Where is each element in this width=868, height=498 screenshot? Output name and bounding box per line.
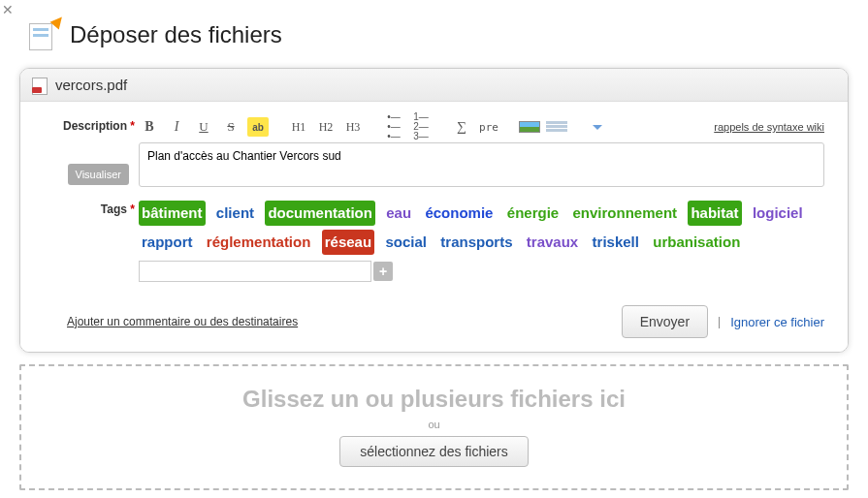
select-files-button[interactable]: sélectionnez des fichiers: [339, 436, 529, 467]
tag-reseau[interactable]: réseau: [322, 230, 374, 255]
tag-transports[interactable]: transports: [437, 230, 515, 255]
tag-logiciel[interactable]: logiciel: [750, 201, 806, 226]
separator: |: [718, 315, 721, 328]
dropzone[interactable]: Glissez un ou plusieurs fichiers ici ou …: [19, 364, 849, 490]
tag-economie[interactable]: économie: [422, 201, 496, 226]
wiki-help-link[interactable]: rappels de syntaxe wiki: [714, 121, 824, 133]
image-button[interactable]: [519, 121, 540, 133]
file-name: vercors.pdf: [55, 77, 127, 93]
tag-travaux[interactable]: travaux: [524, 230, 581, 255]
dropzone-or: ou: [21, 419, 847, 430]
table-button[interactable]: [546, 121, 567, 133]
tag-rapport[interactable]: rapport: [139, 230, 196, 255]
description-label: Description *: [44, 117, 139, 137]
tag-habitat[interactable]: habitat: [688, 201, 741, 226]
italic-button[interactable]: I: [166, 117, 187, 137]
add-tag-button[interactable]: +: [373, 262, 393, 281]
add-comment-link[interactable]: Ajouter un commentaire ou des destinatai…: [67, 315, 298, 328]
tags-label: Tags *: [44, 201, 139, 282]
pre-button[interactable]: pre: [478, 117, 499, 137]
tag-client[interactable]: client: [213, 201, 257, 226]
tag-triskell[interactable]: triskell: [590, 230, 642, 255]
upload-icon: [29, 19, 60, 50]
ordered-list-button[interactable]: 1—2—3—: [410, 117, 432, 137]
formula-button[interactable]: ∑: [451, 117, 472, 137]
close-icon[interactable]: ✕: [2, 2, 14, 17]
tag-energie[interactable]: énergie: [504, 201, 562, 226]
editor-toolbar: B I U S ab H1 H2 H3 •—•—•— 1—2—3— ∑ pre: [139, 117, 824, 137]
tag-urbanisation[interactable]: urbanisation: [650, 230, 743, 255]
h2-button[interactable]: H2: [315, 117, 337, 137]
page-title: Déposer des fichiers: [70, 21, 282, 48]
tag-environnement[interactable]: environnement: [570, 201, 681, 226]
underline-button[interactable]: U: [193, 117, 214, 137]
ignore-file-link[interactable]: Ignorer ce fichier: [730, 315, 824, 329]
tag-eau[interactable]: eau: [383, 201, 414, 226]
visualize-button[interactable]: Visualiser: [68, 164, 130, 185]
description-input[interactable]: [139, 142, 824, 187]
dropzone-title: Glissez un ou plusieurs fichiers ici: [21, 386, 847, 413]
highlight-button[interactable]: ab: [247, 117, 269, 137]
tags-container: bâtiment client documentation eau économ…: [139, 201, 824, 282]
tag-social[interactable]: social: [382, 230, 430, 255]
tag-batiment[interactable]: bâtiment: [139, 201, 206, 226]
strike-button[interactable]: S: [220, 117, 241, 137]
bold-button[interactable]: B: [139, 117, 160, 137]
tag-reglementation[interactable]: réglementation: [204, 230, 314, 255]
tag-input[interactable]: [139, 261, 371, 282]
tag-documentation[interactable]: documentation: [265, 201, 375, 226]
more-dropdown[interactable]: [587, 117, 608, 137]
h1-button[interactable]: H1: [288, 117, 309, 137]
file-panel: vercors.pdf Description * B I U S ab H1 …: [19, 68, 849, 353]
h3-button[interactable]: H3: [342, 117, 364, 137]
pdf-icon: [32, 78, 48, 93]
send-button[interactable]: Envoyer: [622, 305, 708, 338]
bullet-list-button[interactable]: •—•—•—: [383, 117, 404, 137]
